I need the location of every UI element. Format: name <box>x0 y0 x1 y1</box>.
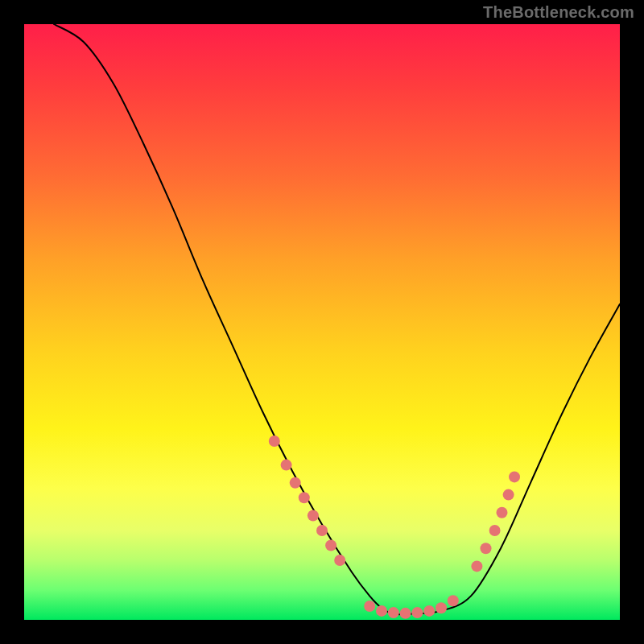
data-marker <box>376 605 387 617</box>
data-marker <box>334 555 345 566</box>
data-marker <box>364 601 375 612</box>
data-marker <box>400 608 411 619</box>
bottleneck-curve <box>54 24 620 614</box>
data-marker <box>325 540 336 551</box>
data-marker <box>423 605 435 617</box>
data-marker <box>436 602 447 613</box>
data-marker <box>308 510 319 522</box>
data-marker <box>269 436 280 447</box>
data-marker <box>388 607 399 618</box>
curve-svg <box>24 24 620 620</box>
data-marker <box>509 471 520 482</box>
data-marker <box>316 525 328 536</box>
data-marker <box>290 477 301 489</box>
data-marker <box>481 543 492 554</box>
data-marker <box>503 489 514 501</box>
plot-area <box>24 24 620 620</box>
data-marker <box>448 595 459 606</box>
watermark-text: TheBottleneck.com <box>483 3 634 22</box>
data-marker <box>281 460 292 471</box>
data-marker <box>471 560 482 572</box>
data-marker <box>299 492 310 503</box>
data-marker <box>411 607 423 618</box>
data-markers <box>269 436 520 619</box>
chart-container: TheBottleneck.com <box>0 0 644 644</box>
data-marker <box>496 507 507 518</box>
data-marker <box>489 525 501 536</box>
